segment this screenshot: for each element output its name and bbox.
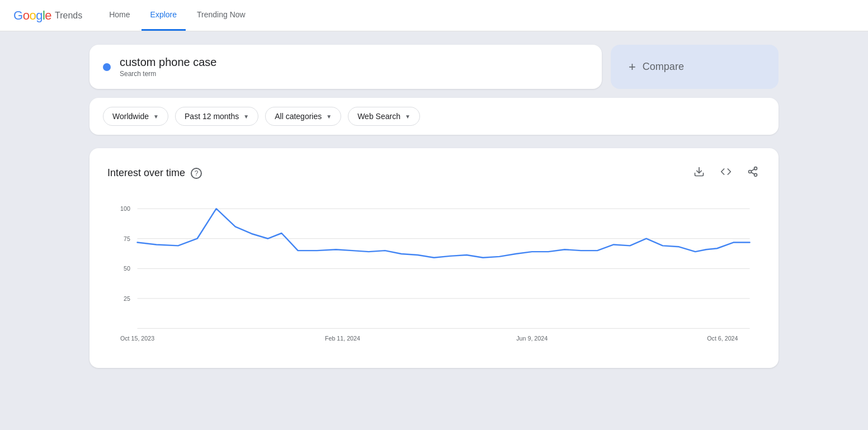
region-filter[interactable]: Worldwide ▼ (103, 107, 168, 126)
x-label-oct2024: Oct 6, 2024 (707, 335, 738, 342)
chart-actions (691, 164, 761, 182)
help-icon[interactable]: ? (191, 168, 202, 179)
time-filter[interactable]: Past 12 months ▼ (175, 107, 258, 126)
filter-row: Worldwide ▼ Past 12 months ▼ All categor… (89, 98, 779, 135)
chart-title-row: Interest over time ? (107, 167, 202, 179)
search-type-filter[interactable]: Web Search ▼ (348, 107, 420, 126)
search-text-group: custom phone case Search term (120, 56, 216, 78)
compare-label: Compare (643, 61, 684, 73)
y-label-25: 25 (124, 295, 130, 302)
category-filter[interactable]: All categories ▼ (265, 107, 341, 126)
header: Google Trends Home Explore Trending Now (0, 0, 868, 31)
nav-home[interactable]: Home (100, 0, 139, 31)
svg-line-4 (751, 172, 754, 174)
chart-header: Interest over time ? (107, 164, 761, 182)
y-label-75: 75 (124, 235, 130, 242)
search-dot (103, 63, 111, 71)
chevron-down-icon: ▼ (243, 114, 249, 120)
download-button[interactable] (691, 164, 707, 182)
y-label-50: 50 (124, 265, 130, 272)
chevron-down-icon: ▼ (153, 114, 159, 120)
compare-plus-icon: + (629, 60, 636, 74)
x-label-feb2024: Feb 11, 2024 (325, 335, 360, 342)
search-compare-row: custom phone case Search term + Compare (89, 45, 779, 89)
trend-polyline (138, 209, 750, 258)
chevron-down-icon: ▼ (405, 114, 411, 120)
svg-line-5 (751, 169, 754, 171)
chart-card: Interest over time ? (89, 148, 779, 368)
nav-trending-now[interactable]: Trending Now (188, 0, 254, 31)
x-label-jun2024: Jun 9, 2024 (516, 335, 548, 342)
search-type-label: Search term (120, 70, 216, 78)
chevron-down-icon: ▼ (326, 114, 332, 120)
x-label-oct2023: Oct 15, 2023 (120, 335, 154, 342)
nav-explore[interactable]: Explore (141, 0, 186, 31)
chart-title: Interest over time (107, 167, 185, 179)
embed-button[interactable] (718, 164, 734, 182)
share-button[interactable] (745, 164, 761, 182)
search-card: custom phone case Search term (89, 45, 602, 89)
main-content: custom phone case Search term + Compare … (0, 31, 868, 381)
search-term: custom phone case (120, 56, 216, 69)
trend-chart: 100 75 50 25 Oct 15, 2023 Feb 11, 2024 J… (107, 196, 761, 352)
y-label-100: 100 (120, 205, 130, 212)
google-trends-logo[interactable]: Google Trends (13, 8, 82, 23)
google-wordmark: Google (13, 8, 51, 23)
chart-area: 100 75 50 25 Oct 15, 2023 Feb 11, 2024 J… (107, 196, 761, 352)
main-nav: Home Explore Trending Now (100, 0, 254, 31)
trends-wordmark: Trends (55, 11, 82, 21)
compare-card[interactable]: + Compare (611, 45, 779, 89)
